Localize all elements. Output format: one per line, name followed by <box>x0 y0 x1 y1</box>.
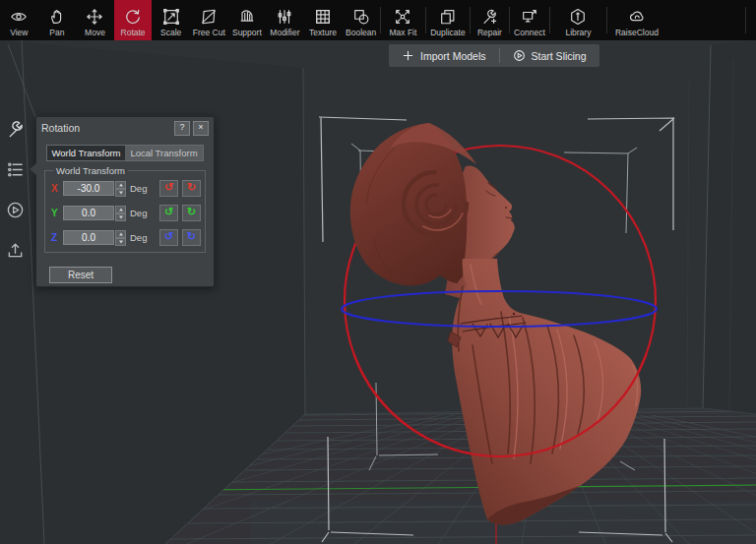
play-circle-icon <box>513 49 526 62</box>
toolbar-item-boolean[interactable]: Boolean <box>342 0 380 40</box>
rotation-dialog: Rotation ? × World Transform Local Trans… <box>35 116 215 287</box>
rotation-z-row: Z Deg ↺ ↻ <box>51 229 201 246</box>
dialog-title: Rotation <box>41 122 171 134</box>
toolbar-item-max-fit[interactable]: Max Fit <box>381 0 425 40</box>
rotation-x-input[interactable] <box>63 181 114 196</box>
spin-down-button[interactable] <box>115 189 126 197</box>
spin-up-button[interactable] <box>115 230 126 238</box>
toolbar-label: Free Cut <box>193 28 225 37</box>
toolbar-label: Texture <box>309 28 337 37</box>
unit-label: Deg <box>130 208 156 218</box>
toolbar-item-view[interactable]: View <box>0 0 38 40</box>
tab-local-transform[interactable]: Local Transform <box>125 146 203 160</box>
rotation-x-row: X Deg ↺ ↻ <box>51 180 201 197</box>
toolbar-item-scale[interactable]: Scale <box>152 0 190 40</box>
toolbar-item-repair[interactable]: Repair <box>471 0 509 40</box>
texture-icon <box>314 8 332 26</box>
spin-down-button[interactable] <box>115 238 126 246</box>
toolbar-label: Repair <box>477 28 502 37</box>
world-transform-group: World Transform X Deg ↺ ↻ Y Deg <box>44 170 206 253</box>
toolbar-item-duplicate[interactable]: Duplicate <box>426 0 470 40</box>
toolbar-label: Rotate <box>121 28 146 37</box>
main-toolbar: View Pan Move Rotate Scale Free Cut Supp… <box>0 0 756 40</box>
connect-icon <box>521 8 538 26</box>
rotation-y-row: Y Deg ↺ ↻ <box>51 205 201 221</box>
toolbar-item-library[interactable]: Library <box>550 0 606 40</box>
repair-icon <box>480 8 498 26</box>
rotate-y-cw-button[interactable]: ↻ <box>182 205 201 221</box>
toolbar-label: View <box>10 28 28 37</box>
start-slicing-label: Start Slicing <box>532 50 587 62</box>
rotation-y-input[interactable] <box>63 206 114 220</box>
rotate-z-ccw-button[interactable]: ↺ <box>159 229 178 246</box>
axis-y-label: Y <box>51 208 63 218</box>
toolbar-item-modifier[interactable]: Modifier <box>266 0 304 40</box>
axis-x-label: X <box>51 183 63 194</box>
toolbar-item-support[interactable]: Support <box>228 0 267 40</box>
rotate-x-cw-button[interactable]: ↻ <box>182 180 201 197</box>
toolbar-item-move[interactable]: Move <box>76 0 114 40</box>
sidebar-item-model-list[interactable] <box>6 160 25 179</box>
toolbar-label: Max Fit <box>390 28 417 37</box>
sidebar-item-print-preview[interactable] <box>6 201 25 219</box>
toolbar-label: Move <box>85 28 105 37</box>
rotation-z-stepper <box>115 230 126 246</box>
reset-button[interactable]: Reset <box>49 267 112 283</box>
duplicate-icon <box>439 8 457 26</box>
tab-world-transform[interactable]: World Transform <box>47 146 125 160</box>
rotation-z-input[interactable] <box>63 230 114 245</box>
scale-icon <box>162 8 180 26</box>
toolbar-label: Duplicate <box>430 28 465 37</box>
help-button[interactable]: ? <box>174 121 190 136</box>
library-icon <box>569 8 587 26</box>
boolean-icon <box>352 8 370 26</box>
viewport-3d[interactable]: Import Models Start Slicing Rotation ? ×… <box>0 40 756 544</box>
toolbar-item-connect[interactable]: Connect <box>510 0 549 40</box>
dialog-header: Rotation ? × <box>36 117 214 139</box>
play-circle-icon <box>6 201 25 219</box>
rotate-icon <box>124 8 142 26</box>
spin-up-button[interactable] <box>115 206 126 213</box>
toolbar-label: Boolean <box>346 28 376 37</box>
toolbar-label: Pan <box>49 28 64 37</box>
sidebar-item-export-upload[interactable] <box>6 241 25 260</box>
modifier-icon <box>276 8 293 26</box>
toolbar-label: RaiseCloud <box>615 28 659 37</box>
toolbar-label: Modifier <box>270 28 299 37</box>
import-models-button[interactable]: Import Models <box>389 44 499 67</box>
toolbar-label: Connect <box>514 28 545 37</box>
max-fit-icon <box>394 8 411 26</box>
wrench-icon <box>6 120 25 139</box>
plus-icon <box>402 49 414 62</box>
group-label: World Transform <box>53 165 128 176</box>
toolbar-item-texture[interactable]: Texture <box>304 0 343 40</box>
spin-up-button[interactable] <box>115 181 126 189</box>
dialog-pointer-notch <box>30 163 36 175</box>
toolbar-item-raisecloud[interactable]: RaiseCloud <box>607 0 666 40</box>
start-slicing-button[interactable]: Start Slicing <box>500 44 599 67</box>
unit-label: Deg <box>130 232 156 243</box>
transform-tabs: World Transform Local Transform <box>46 145 204 161</box>
action-bar: Import Models Start Slicing <box>389 44 599 67</box>
rotation-x-stepper <box>115 181 126 197</box>
rotation-y-stepper <box>115 206 126 221</box>
toolbar-separator <box>745 7 746 33</box>
free-cut-icon <box>200 8 218 26</box>
toolbar-item-rotate[interactable]: Rotate <box>114 0 153 40</box>
support-icon <box>238 8 256 26</box>
toolbar-label: Support <box>232 28 262 37</box>
left-sidebar <box>6 120 28 260</box>
axis-z-label: Z <box>51 232 63 243</box>
toolbar-label: Library <box>565 28 591 37</box>
close-icon[interactable]: × <box>193 121 209 136</box>
spin-down-button[interactable] <box>115 213 126 221</box>
unit-label: Deg <box>130 183 156 194</box>
sidebar-item-transform-tools[interactable] <box>6 120 25 139</box>
rotate-y-ccw-button[interactable]: ↺ <box>159 205 178 221</box>
toolbar-item-pan[interactable]: Pan <box>38 0 77 40</box>
rotate-z-cw-button[interactable]: ↻ <box>182 229 201 246</box>
list-icon <box>6 160 25 179</box>
toolbar-item-free-cut[interactable]: Free Cut <box>190 0 228 40</box>
cloud-icon <box>628 8 646 26</box>
rotate-x-ccw-button[interactable]: ↺ <box>159 180 178 197</box>
